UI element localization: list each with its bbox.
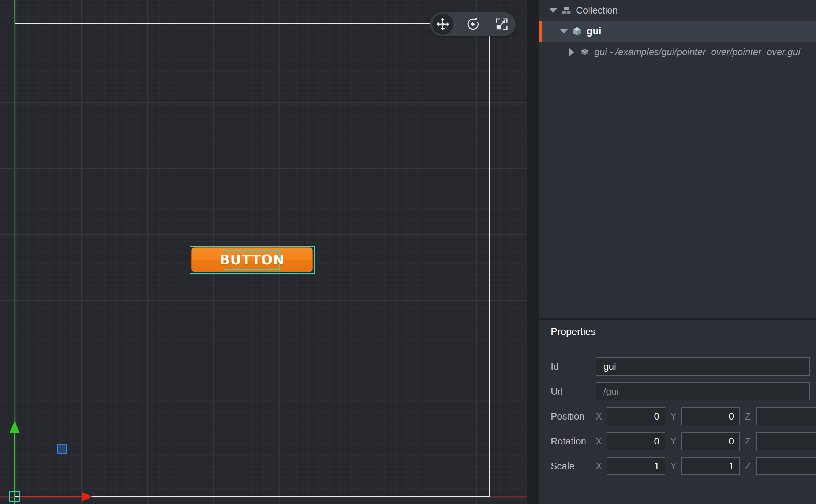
- tree-label-collection: Collection: [576, 5, 618, 16]
- tree-row-gui[interactable]: gui: [539, 21, 816, 42]
- defold-editor: BUTTON: [0, 0, 816, 504]
- position-x-input[interactable]: [607, 407, 665, 425]
- axis-y-label: Y: [670, 461, 678, 471]
- scale-x-input[interactable]: [607, 457, 665, 475]
- properties-form: Id Url Position X Y Z Rotati: [539, 357, 816, 475]
- tree-row-gui-file[interactable]: gui - /examples/gui/pointer_over/pointer…: [539, 42, 816, 63]
- x-axis-gizmo-arrow[interactable]: [82, 492, 92, 501]
- rotate-tool-button[interactable]: [465, 17, 480, 31]
- axis-x-label: X: [596, 436, 604, 447]
- move-tool-button[interactable]: [435, 17, 450, 31]
- game-object-cube-icon: [572, 26, 583, 37]
- properties-panel: Properties Id Url Position X Y Z: [539, 320, 816, 504]
- button-label: BUTTON: [190, 247, 314, 273]
- gui-layers-icon: [579, 47, 590, 58]
- axis-z-label: Z: [745, 411, 753, 422]
- scale-icon: [494, 17, 509, 31]
- scale-label: Scale: [551, 460, 596, 472]
- panel-splitter[interactable]: [527, 0, 539, 504]
- scale-row: Scale X Y Z: [551, 457, 810, 475]
- axis-x-label: X: [596, 411, 604, 422]
- scale-y-input[interactable]: [681, 457, 740, 475]
- rotation-z-input[interactable]: [756, 432, 816, 450]
- selection-accent-bar: [539, 21, 542, 42]
- position-z-input[interactable]: [756, 407, 816, 425]
- anchor-handle[interactable]: [57, 444, 67, 454]
- position-label: Position: [551, 411, 596, 422]
- caret-right-icon[interactable]: [569, 48, 574, 56]
- caret-down-icon[interactable]: [560, 29, 568, 34]
- tree-label-gui-file: gui - /examples/gui/pointer_over/pointer…: [594, 46, 800, 58]
- id-row: Id: [551, 357, 810, 376]
- outline-panel: Collection gui: [539, 0, 816, 318]
- scene-viewport[interactable]: BUTTON: [0, 0, 527, 504]
- origin-selection-marker: [9, 491, 20, 502]
- axis-z-label: Z: [745, 461, 753, 471]
- x-axis-gizmo-line[interactable]: [20, 496, 82, 497]
- rotation-row: Rotation X Y Z: [551, 432, 810, 450]
- axis-z-label: Z: [745, 436, 753, 447]
- id-input[interactable]: [596, 357, 810, 376]
- collection-icon: [561, 5, 572, 16]
- url-row: Url: [551, 382, 810, 400]
- axis-y-label: Y: [670, 436, 678, 447]
- url-input[interactable]: [596, 382, 810, 400]
- tree-label-gui: gui: [587, 26, 602, 37]
- position-row: Position X Y Z: [551, 407, 810, 425]
- rotate-icon: [465, 17, 480, 31]
- move-icon: [435, 17, 450, 31]
- tree-row-collection[interactable]: Collection: [539, 0, 816, 21]
- rotation-x-input[interactable]: [607, 432, 665, 450]
- rotation-label: Rotation: [551, 436, 596, 447]
- caret-down-icon[interactable]: [549, 8, 557, 13]
- axis-y-label: Y: [670, 411, 678, 422]
- properties-title: Properties: [551, 326, 816, 338]
- url-label: Url: [551, 386, 596, 397]
- transform-toolbar: [430, 12, 516, 36]
- id-label: Id: [551, 361, 596, 372]
- y-axis-gizmo-arrow[interactable]: [10, 421, 20, 433]
- scale-tool-button[interactable]: [494, 17, 509, 31]
- gui-button-node[interactable]: BUTTON: [190, 246, 315, 274]
- scale-z-input[interactable]: [756, 457, 816, 475]
- position-y-input[interactable]: [681, 407, 740, 425]
- axis-x-label: X: [596, 461, 604, 471]
- rotation-y-input[interactable]: [681, 432, 740, 450]
- right-panel: Collection gui: [539, 0, 816, 504]
